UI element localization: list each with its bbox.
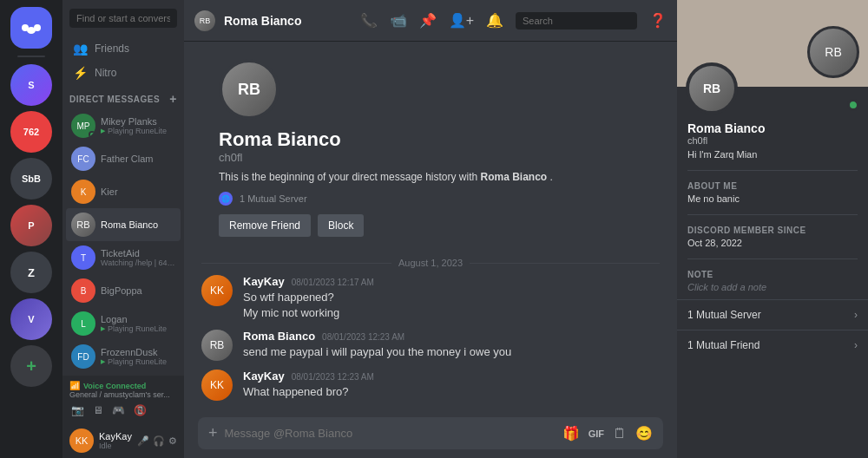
nitro-label: Nitro [95,67,116,79]
messages-area[interactable]: RB Roma Bianco ch0fl This is the beginni… [184,42,677,409]
message-group-1: KK KayKay 08/01/2023 12:17 AM So wtf hap… [201,275,660,321]
server-icon-v[interactable]: V [10,298,52,340]
dm-section-label: DIRECT MESSAGES + [62,85,184,109]
pin-button[interactable]: 📌 [419,12,437,29]
voice-signal-icon: 📶 [69,381,80,390]
dm-user-frozendusk[interactable]: FD FrozennDusk Playing RuneLite [66,340,181,373]
help-button[interactable]: ❓ [649,12,667,29]
note-content[interactable]: Click to add a note [687,282,858,292]
screen-share-button[interactable]: 🖥 [91,402,105,418]
avatar-bigpoppa: B [71,278,95,303]
camera-toggle-button[interactable]: 📷 [69,402,86,418]
attach-file-button[interactable]: + [208,424,218,442]
note-section: NOTE Click to add a note [677,263,868,299]
chat-search-input[interactable] [516,12,637,29]
dm-search-container [62,0,184,36]
user-info-logan: Logan Playing RuneLite [101,314,175,333]
emoji-button[interactable]: 😊 [635,425,653,442]
mutual-servers-label: 1 Mutual Server [687,309,761,321]
dm-user-name: Logan [101,314,175,324]
sidebar-item-friends[interactable]: 👥 Friends [66,36,181,61]
mic-button[interactable]: 🎤 [137,435,149,447]
video-button[interactable]: 📹 [390,12,407,29]
voice-connected-label: Voice Connected [83,382,146,390]
disconnect-button[interactable]: 📵 [132,402,148,418]
dm-user-roma-bianco[interactable]: RB Roma Bianco [66,208,181,241]
message-group-2: RB Roma Bianco 08/01/2023 12:23 AM send … [201,330,660,361]
server-icon-z[interactable]: Z [10,252,52,293]
mutual-friends-chevron: › [854,339,858,351]
msg-line-3-1: What happened bro? [243,384,660,400]
right-panel: RB RB Roma Bianco ch0fl Hi I'm Zarq Mian… [677,0,868,458]
current-user-info: KayKay Idle [99,431,132,450]
user-settings-button[interactable]: ⚙ [168,435,177,447]
mutual-friends-item[interactable]: 1 Mutual Friend › [677,330,868,360]
chat-input-wrapper: + 🎁 GIF 🗒 😊 [198,417,663,449]
online-status-dot [847,99,859,111]
msg-time-1: 08/01/2023 12:17 AM [292,278,374,287]
mutual-servers-chevron: › [854,309,858,321]
server-icon-home[interactable] [10,7,52,49]
headset-button[interactable]: 🎧 [153,435,165,447]
sticker-button[interactable]: 🗒 [613,426,627,442]
nitro-icon: ⚡ [73,66,88,80]
dm-user-bigpoppa[interactable]: B BigPoppa [66,274,181,307]
avatar-father-clam: FC [71,147,95,171]
server-icon-762[interactable]: 762 [10,111,52,153]
server-icon-sbb[interactable]: SbB [10,158,52,200]
remove-friend-button[interactable]: Remove Friend [219,214,311,237]
server-sidebar: S 762 SbB P Z V + [0,0,62,458]
panel-user-bio: Hi I'm Zarq Mian [677,149,868,167]
dm-user-name: Roma Bianco [101,219,175,230]
inbox-button[interactable]: 🔔 [486,12,503,29]
msg-content-2: Roma Bianco 08/01/2023 12:23 AM send me … [243,330,660,360]
server-icon-1[interactable]: S [10,64,52,106]
dm-user-logan[interactable]: L Logan Playing RuneLite [66,307,181,340]
user-info-ticketaid: TicketAid Watching /help | 646 servers [101,248,175,267]
divider-line-right [470,263,660,264]
msg-avatar-3: KK [201,370,233,401]
dm-user-name: Mikey Planks [101,116,175,127]
server-divider [17,56,45,57]
sidebar-item-nitro[interactable]: ⚡ Nitro [66,61,181,85]
dm-user-status: Watching /help | 646 servers [101,258,175,267]
gift-icon[interactable]: 🎁 [562,425,580,442]
voice-controls: 📷 🖥 🎮 📵 [69,402,177,418]
avatar-frozendusk: FD [71,344,95,369]
dm-user-name: Kier [101,186,175,197]
profile-avatar: RB [219,59,279,120]
dm-user-father-clam[interactable]: FC Father Clam [66,142,181,175]
profile-actions: Remove Friend Block [219,214,642,237]
chat-input-icons: 🎁 GIF 🗒 😊 [562,425,653,442]
date-label: August 1, 2023 [398,258,463,268]
dm-user-ticketaid[interactable]: T TicketAid Watching /help | 646 servers [66,241,181,274]
mutual-icon: 🌐 [219,192,233,206]
dm-user-kier[interactable]: K Kier [66,175,181,208]
msg-time-2: 08/01/2023 12:23 AM [322,332,404,342]
server-icon-p[interactable]: P [10,205,52,246]
user-info-kier: Kier [101,186,175,197]
current-user-name: KayKay [99,431,132,442]
msg-header-1: KayKay 08/01/2023 12:17 AM [243,275,660,288]
divider-line-left [201,263,391,264]
friends-icon: 👥 [73,42,88,56]
activity-button[interactable]: 🎮 [110,402,127,418]
gif-button[interactable]: GIF [589,429,604,439]
call-button[interactable]: 📞 [360,12,378,29]
block-button[interactable]: Block [318,214,364,237]
dm-user-mikey-planks[interactable]: MP Mikey Planks Playing RuneLite [66,109,181,142]
msg-content-3: KayKay 08/01/2023 12:23 AM What happened… [243,370,660,400]
msg-author-3: KayKay [243,370,285,383]
search-input[interactable] [69,9,177,28]
add-friends-button[interactable]: 👤+ [449,12,474,29]
add-server-button[interactable]: + [10,345,52,387]
panel-divider-1 [687,170,858,171]
avatar-ticketaid: T [71,245,95,270]
main-content: RB Roma Bianco 📞 📹 📌 👤+ 🔔 ❓ RB Roma Bian… [184,0,677,458]
svg-point-2 [27,27,36,34]
add-dm-button[interactable]: + [169,92,177,106]
user-info-bigpoppa: BigPoppa [101,285,175,296]
dm-user-faked[interactable]: F Faked [66,373,181,376]
mutual-servers-item[interactable]: 1 Mutual Server › [677,299,868,330]
message-input[interactable] [225,427,556,440]
